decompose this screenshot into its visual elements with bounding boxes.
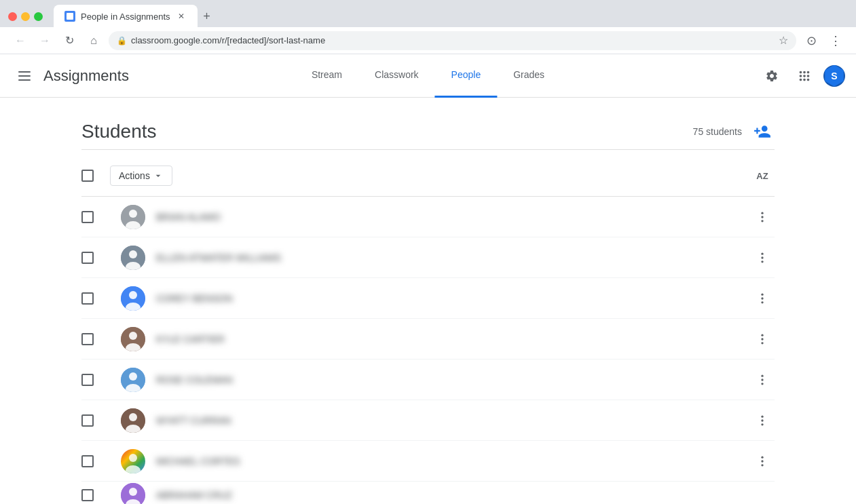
more-options-button[interactable]	[750, 449, 775, 473]
table-row: KYLE CARTIER	[81, 319, 775, 360]
svg-point-5	[129, 210, 137, 218]
student-name: KYLE CARTIER	[156, 334, 750, 345]
actions-dropdown[interactable]: Actions	[110, 166, 172, 186]
students-section: Students 75 students Actions AZ	[81, 98, 775, 504]
svg-point-8	[761, 216, 763, 218]
svg-point-17	[129, 291, 137, 299]
svg-point-11	[129, 250, 137, 258]
svg-rect-2	[18, 75, 31, 77]
table-row: ROSE COLEMAN	[81, 360, 775, 400]
svg-point-31	[761, 374, 763, 376]
svg-rect-1	[18, 71, 31, 73]
more-options-button[interactable]	[750, 246, 775, 270]
tab-grades[interactable]: Grades	[497, 54, 561, 98]
avatar	[121, 483, 145, 504]
student-name: MICHAEL CORTES	[156, 456, 750, 467]
svg-point-27	[761, 342, 763, 344]
close-button[interactable]	[8, 12, 17, 21]
active-tab[interactable]: People in Assignments ✕	[54, 5, 198, 28]
app-title: Assignments	[43, 67, 129, 85]
reload-button[interactable]: ↻	[60, 31, 79, 50]
svg-point-29	[129, 372, 137, 381]
minimize-button[interactable]	[21, 12, 30, 21]
nav-right: S	[758, 62, 845, 90]
avatar	[121, 246, 145, 270]
cast-icon[interactable]: ⊙	[802, 31, 821, 50]
svg-point-15	[761, 260, 763, 263]
student-name: COREY BENSON	[156, 293, 750, 304]
student-name: BRIAN ALAMO	[156, 212, 750, 222]
tab-favicon	[64, 11, 75, 22]
more-options-button[interactable]	[750, 408, 775, 433]
svg-point-44	[761, 460, 763, 462]
svg-point-20	[761, 297, 763, 299]
student-checkbox[interactable]	[81, 292, 94, 305]
user-avatar[interactable]: S	[823, 65, 845, 87]
student-checkbox[interactable]	[81, 455, 94, 467]
student-checkbox[interactable]	[81, 374, 94, 386]
select-all-checkbox[interactable]	[81, 170, 94, 182]
svg-point-41	[129, 454, 137, 462]
tab-close-button[interactable]: ✕	[176, 11, 187, 22]
traffic-lights	[8, 12, 43, 21]
student-checkbox[interactable]	[81, 489, 94, 501]
top-nav: Assignments Stream Classwork People Grad…	[0, 54, 856, 98]
actions-row: Actions AZ	[81, 155, 775, 197]
svg-point-25	[761, 334, 763, 336]
student-checkbox[interactable]	[81, 252, 94, 264]
avatar	[121, 327, 145, 351]
student-name: ABRAHAM CRUZ	[156, 490, 775, 501]
more-options-button[interactable]	[750, 286, 775, 311]
svg-point-37	[761, 415, 763, 417]
avatar	[121, 286, 145, 311]
lock-icon: 🔒	[117, 36, 127, 45]
more-options-button[interactable]	[750, 327, 775, 351]
students-count: 75 students	[693, 126, 742, 137]
student-name: WYATT CURRAN	[156, 415, 750, 426]
sort-button[interactable]: AZ	[750, 163, 775, 188]
svg-point-45	[761, 464, 763, 466]
browser-chrome: People in Assignments ✕ + ← → ↻ ⌂ 🔒 clas…	[0, 0, 856, 54]
table-row: ELLEN ATWATER WILLIAMS	[81, 237, 775, 278]
svg-rect-3	[18, 79, 31, 81]
url-box[interactable]: 🔒 classroom.google.com/r/[redacted]/sort…	[109, 31, 796, 50]
nav-tabs: Stream Classwork People Grades	[295, 54, 561, 98]
main-content: Students 75 students Actions AZ	[0, 98, 856, 504]
student-checkbox[interactable]	[81, 333, 94, 345]
actions-label: Actions	[119, 170, 150, 181]
new-tab-button[interactable]: +	[198, 7, 217, 26]
table-row: ABRAHAM CRUZ	[81, 482, 775, 504]
maximize-button[interactable]	[34, 12, 43, 21]
browser-menu-button[interactable]: ⋮	[826, 31, 845, 50]
tab-people[interactable]: People	[435, 54, 498, 98]
table-row: COREY BENSON	[81, 278, 775, 319]
hamburger-menu[interactable]	[11, 62, 38, 90]
avatar	[121, 368, 145, 392]
address-bar: ← → ↻ ⌂ 🔒 classroom.google.com/r/[redact…	[0, 27, 856, 54]
table-row: WYATT CURRAN	[81, 400, 775, 441]
avatar	[121, 408, 145, 433]
svg-point-23	[129, 332, 137, 340]
forward-button[interactable]: →	[35, 31, 54, 50]
svg-point-39	[761, 423, 763, 425]
add-student-button[interactable]	[750, 119, 775, 144]
more-options-button[interactable]	[750, 368, 775, 392]
student-checkbox[interactable]	[81, 211, 94, 223]
back-button[interactable]: ←	[11, 31, 30, 50]
student-checkbox[interactable]	[81, 414, 94, 427]
apps-button[interactable]	[791, 62, 818, 90]
tab-stream[interactable]: Stream	[295, 54, 358, 98]
settings-button[interactable]	[758, 62, 785, 90]
home-button[interactable]: ⌂	[84, 31, 103, 50]
app: Assignments Stream Classwork People Grad…	[0, 54, 856, 504]
more-options-button[interactable]	[750, 205, 775, 229]
title-bar: People in Assignments ✕ +	[0, 0, 856, 27]
tab-classwork[interactable]: Classwork	[358, 54, 435, 98]
svg-point-19	[761, 293, 763, 295]
bookmark-icon[interactable]: ☆	[779, 34, 788, 47]
student-name: ELLEN ATWATER WILLIAMS	[156, 252, 750, 263]
student-name: ROSE COLEMAN	[156, 374, 750, 385]
svg-point-32	[761, 379, 763, 381]
svg-point-33	[761, 383, 763, 385]
avatar	[121, 449, 145, 473]
